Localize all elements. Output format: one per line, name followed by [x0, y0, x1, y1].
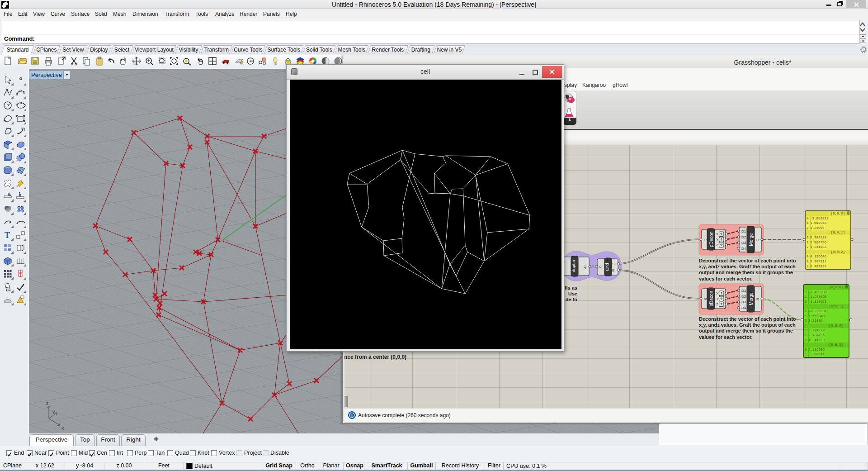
svg-text:Z: Z — [716, 243, 718, 247]
svg-text:P: P — [704, 238, 707, 242]
svg-text:pDecon: pDecon — [709, 291, 714, 306]
svg-text:S: S — [612, 262, 614, 266]
svg-text:Q: Q — [584, 265, 586, 269]
svg-text:dupLn: dupLn — [571, 260, 576, 272]
svg-text:pDecon: pDecon — [709, 232, 714, 247]
svg-text:Y: Y — [716, 297, 719, 301]
svg-text:End: End — [604, 263, 609, 271]
svg-text:D4: D4 — [741, 247, 746, 251]
svg-text:D1: D1 — [741, 229, 746, 233]
svg-text:Z: Z — [716, 302, 718, 306]
svg-text:z: z — [46, 400, 49, 406]
svg-text:Merge: Merge — [749, 233, 754, 246]
svg-text:P: P — [704, 297, 707, 301]
svg-text:D4: D4 — [741, 306, 746, 310]
svg-text:Merge: Merge — [749, 292, 754, 305]
svg-text:X: X — [716, 291, 719, 295]
svg-text:D3: D3 — [741, 300, 746, 304]
svg-text:D2: D2 — [741, 235, 746, 239]
svg-text:E: E — [612, 268, 614, 272]
svg-text:R: R — [756, 238, 759, 242]
svg-text:C: C — [599, 265, 602, 269]
svg-text:x: x — [61, 425, 64, 431]
svg-text:y: y — [52, 409, 55, 414]
svg-text:X: X — [716, 232, 719, 236]
svg-text:D1: D1 — [741, 289, 746, 293]
svg-text:T: T — [5, 231, 10, 240]
svg-text:D3: D3 — [741, 241, 746, 245]
svg-text:D2: D2 — [741, 295, 746, 299]
svg-text:Y: Y — [716, 238, 719, 242]
svg-text:R: R — [756, 297, 759, 301]
